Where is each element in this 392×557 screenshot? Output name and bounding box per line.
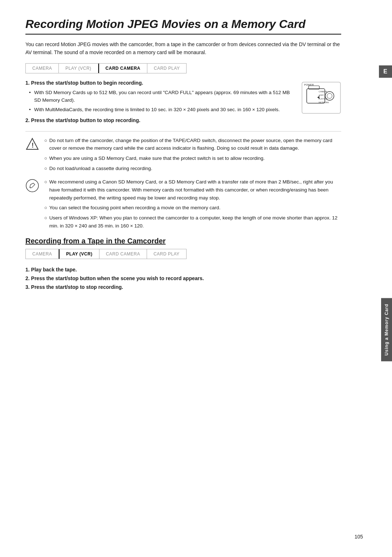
page-number: 105: [355, 534, 363, 540]
step1-heading: 1. Press the start/stop button to begin …: [25, 80, 293, 86]
title-divider: [25, 34, 341, 35]
bullet-2: With MultiMediaCards, the recording time…: [29, 106, 293, 114]
camcorder-diagram: POWER CAMERA ●OFF PLAY/VCR NETWORK: [301, 81, 341, 114]
circle-icon-3: ○: [44, 165, 47, 173]
mode-btn2-play-vcr[interactable]: PLAY (VCR): [59, 249, 99, 259]
step1-text: 1. Press the start/stop button to begin …: [25, 80, 293, 126]
section2-steps: 1. Play back the tape. 2. Press the star…: [25, 266, 341, 291]
mode-bar-section2: CAMERA PLAY (VCR) CARD CAMERA CARD PLAY: [25, 249, 187, 259]
svg-point-3: [327, 93, 332, 98]
note-item-1: ○ We recommend using a Canon SD Memory C…: [44, 178, 341, 202]
svg-text:PLAY/VCR: PLAY/VCR: [319, 98, 328, 100]
section-rule-1: [25, 131, 341, 132]
warning-items: ○ Do not turn off the camcorder, change …: [44, 137, 341, 175]
circle-icon-5: ○: [44, 204, 47, 212]
section2-title: Recording from a Tape in the Camcorder: [25, 237, 341, 245]
svg-point-13: [26, 179, 38, 192]
svg-line-15: [30, 183, 33, 185]
warning-item-2: ○ When you are using a SD Memory Card, m…: [44, 154, 341, 162]
note-items: ○ We recommend using a Canon SD Memory C…: [44, 178, 341, 232]
warning-block: ! ○ Do not turn off the camcorder, chang…: [25, 137, 341, 232]
step-s2-3: 3. Press the start/stop to stop recordin…: [25, 283, 341, 292]
warning-item-1: ○ Do not turn off the camcorder, change …: [44, 137, 341, 152]
svg-text:!: !: [32, 142, 34, 149]
step1-section: 1. Press the start/stop button to begin …: [25, 80, 341, 126]
circle-icon-4: ○: [44, 178, 47, 202]
warning-row: ! ○ Do not turn off the camcorder, chang…: [25, 137, 341, 175]
warning-icon: !: [25, 137, 39, 151]
mode-btn2-card-camera[interactable]: CARD CAMERA: [99, 249, 147, 259]
warning-item-3: ○ Do not load/unload a cassette during r…: [44, 165, 341, 173]
bullet-1: With SD Memory Cards up to 512 MB, you c…: [29, 89, 293, 104]
note-item-3: ○ Users of Windows XP: When you plan to …: [44, 214, 341, 230]
step-s2-1: 1. Play back the tape.: [25, 266, 341, 274]
mode-btn-play-vcr[interactable]: PLAY (VCR): [59, 64, 98, 73]
svg-text:NETWORK: NETWORK: [319, 101, 329, 104]
page-title: Recording Motion JPEG Movies on a Memory…: [25, 17, 341, 31]
note-item-2: ○ You can select the focusing point when…: [44, 204, 341, 212]
circle-icon-1: ○: [44, 137, 47, 152]
note-icon: [25, 179, 39, 193]
mode-btn-card-camera[interactable]: CARD CAMERA: [98, 64, 147, 73]
intro-text: You can record Motion JPEG movies with t…: [25, 40, 341, 57]
circle-icon-6: ○: [44, 214, 47, 230]
step2-heading: 2. Press the start/stop button to stop r…: [25, 117, 293, 123]
note-row: ○ We recommend using a Canon SD Memory C…: [25, 178, 341, 232]
mode-btn-camera[interactable]: CAMERA: [26, 64, 59, 73]
svg-text:●OFF: ●OFF: [319, 94, 324, 96]
svg-text:CAMERA: CAMERA: [319, 90, 327, 93]
mode-btn2-card-play[interactable]: CARD PLAY: [147, 249, 186, 259]
svg-text:POWER: POWER: [304, 84, 314, 86]
step-s2-2: 2. Press the start/stop button when the …: [25, 274, 341, 283]
circle-icon-2: ○: [44, 155, 47, 162]
mode-btn-card-play[interactable]: CARD PLAY: [147, 64, 187, 73]
svg-marker-10: [317, 96, 319, 99]
side-tab: Using a Memory Card: [381, 298, 392, 361]
e-tab: E: [379, 65, 392, 78]
mode-bar-section1: CAMERA PLAY (VCR) CARD CAMERA CARD PLAY: [25, 63, 187, 73]
mode-btn2-camera[interactable]: CAMERA: [26, 249, 59, 259]
step1-bullets: With SD Memory Cards up to 512 MB, you c…: [25, 89, 293, 114]
